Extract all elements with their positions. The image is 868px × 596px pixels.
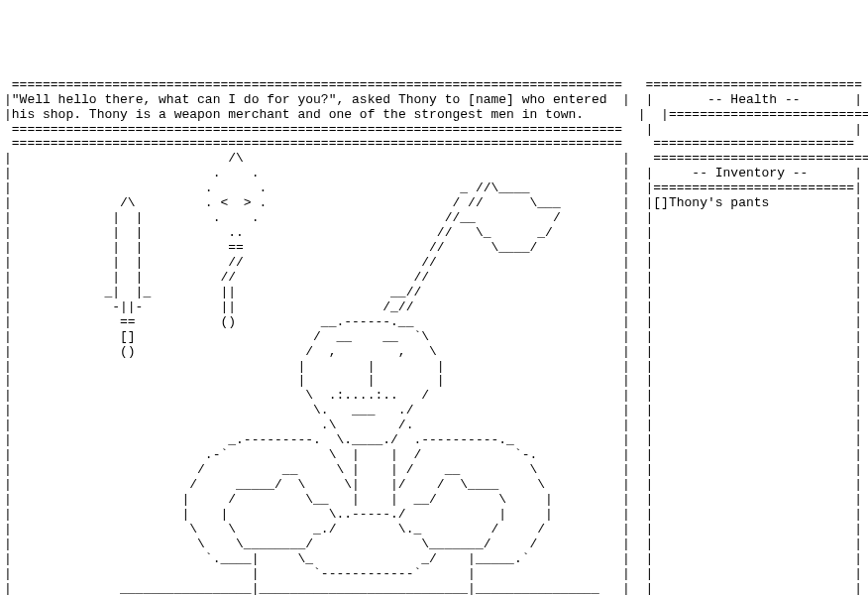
scene-row: | _________________|____________________… xyxy=(4,581,862,596)
scene-row: | | | | | | | xyxy=(4,373,862,388)
scene-row: | | | \..-----./ | | | | | xyxy=(4,507,862,522)
scene-row: | .\ /. | | | xyxy=(4,417,862,432)
scene-row: | | | .. // \_ _/ | | | xyxy=(4,225,862,240)
scene-row: | \ \________/ \_______/ / | | | xyxy=(4,536,862,551)
scene-row: | | `------------` | | | | xyxy=(4,566,862,581)
scene-row: | /\ | ============================ xyxy=(4,151,868,166)
scene-row: | | | | | | | xyxy=(4,359,862,374)
scene-row: | | / \__ | | __/ \ | | | | xyxy=(4,492,862,507)
scene-row: | . . | | -- Inventory -- | xyxy=(4,166,862,180)
scene-row: | | | // // | | | xyxy=(4,270,862,285)
scene-row: | == () __.------.__ | | | xyxy=(4,314,862,329)
top-border: ========================================… xyxy=(4,77,862,92)
scene-row: | \. ___ ./ | | | xyxy=(4,403,862,417)
scene-row: | \ \ _./ \._ / / | | | xyxy=(4,522,862,536)
scene-row: | .-` \ | | / `-. | | | xyxy=(4,447,862,462)
scene-row: | / __ \ | | / __ \ | | | xyxy=(4,462,862,477)
scene-row: | _.---------. \.____./ .----------._ | … xyxy=(4,432,862,447)
dialogue-bottom-border: ========================================… xyxy=(4,122,862,137)
scene-row: | `.____| \_ _/ |_____.` | | | xyxy=(4,551,862,566)
scene-row: | -||- || /_// | | | xyxy=(4,299,862,314)
game-screen: ========================================… xyxy=(4,63,868,596)
scene-row: | . . _ //\____ | |=====================… xyxy=(4,180,862,195)
scene-row: | | | // // | | | xyxy=(4,255,862,270)
scene-border-top: ========================================… xyxy=(4,136,854,151)
inventory-item: Thony's pants xyxy=(669,195,769,210)
scene-row: | / _____/ \ \| |/ / \____ \ | | | xyxy=(4,477,862,492)
scene-row: | [] / __ __ `\ | | | xyxy=(4,329,862,344)
scene-row: | | | == // \____/ | | | xyxy=(4,240,862,255)
dialogue-line-1: |"Well hello there, what can I do for yo… xyxy=(4,92,862,107)
scene-row: | | | . . //__ / | | | xyxy=(4,210,862,225)
scene-row: | /\ . < > . / // \___ | |[]Thony's pant… xyxy=(4,195,862,210)
scene-row: | _| |_ || __// | | | xyxy=(4,285,862,299)
dialogue-line-2: |his shop. Thony is a weapon merchant an… xyxy=(4,107,868,122)
scene-row: | () / , , \ | | | xyxy=(4,344,862,359)
scene-row: | \ .:....:.. / | | | xyxy=(4,388,862,403)
